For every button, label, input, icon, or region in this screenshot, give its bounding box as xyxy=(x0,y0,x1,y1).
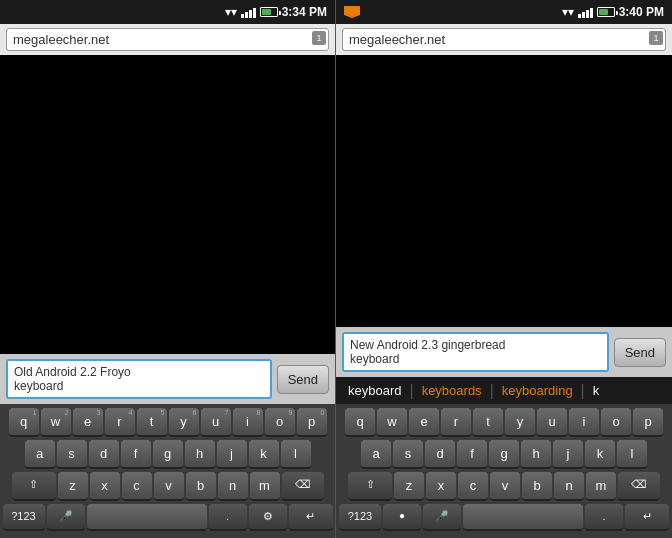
key-backspace[interactable]: ⌫ xyxy=(282,472,324,501)
left-key-row-4: ?123 🎤 . ⚙ ↵ xyxy=(2,504,333,531)
right-key-row-1: q w e r t y u i o p xyxy=(338,408,670,437)
right-key-s[interactable]: s xyxy=(393,440,423,469)
right-key-i[interactable]: i xyxy=(569,408,599,437)
left-compose-input[interactable]: Old Android 2.2 Froyo keyboard xyxy=(6,359,272,399)
key-u[interactable]: u7 xyxy=(201,408,231,437)
right-key-c[interactable]: c xyxy=(458,472,488,501)
right-key-shift[interactable]: ⇧ xyxy=(348,472,392,501)
right-key-o[interactable]: o xyxy=(601,408,631,437)
key-d[interactable]: d xyxy=(89,440,119,469)
suggestion-3[interactable]: keyboarding xyxy=(496,381,579,400)
right-battery-icon xyxy=(597,7,615,17)
left-send-button[interactable]: Send xyxy=(277,365,329,394)
right-key-row-2: a s d f g h j k l xyxy=(338,440,670,469)
right-key-a[interactable]: a xyxy=(361,440,391,469)
key-j[interactable]: j xyxy=(217,440,247,469)
key-m[interactable]: m xyxy=(250,472,280,501)
wifi-icon: ▾▾ xyxy=(225,5,237,19)
key-g[interactable]: g xyxy=(153,440,183,469)
key-a[interactable]: a xyxy=(25,440,55,469)
right-key-n[interactable]: n xyxy=(554,472,584,501)
left-key-row-1: q1 w2 e3 r4 t5 y6 u7 i8 o9 p0 xyxy=(2,408,333,437)
key-l[interactable]: l xyxy=(281,440,311,469)
right-key-k[interactable]: k xyxy=(585,440,615,469)
left-key-row-2: a s d f g h j k l xyxy=(2,440,333,469)
right-wifi-icon: ▾▾ xyxy=(562,5,574,19)
right-phone-panel: ▾▾ 3:40 PM megaleecher.net 1 New Android… xyxy=(336,0,672,538)
right-key-d[interactable]: d xyxy=(425,440,455,469)
key-q[interactable]: q1 xyxy=(9,408,39,437)
right-key-x[interactable]: x xyxy=(426,472,456,501)
right-key-g[interactable]: g xyxy=(489,440,519,469)
left-compose-bar: Old Android 2.2 Froyo keyboard Send xyxy=(0,354,335,404)
signal-icon xyxy=(241,6,256,18)
right-key-w[interactable]: w xyxy=(377,408,407,437)
right-key-backspace[interactable]: ⌫ xyxy=(618,472,660,501)
right-key-q[interactable]: q xyxy=(345,408,375,437)
key-r[interactable]: r4 xyxy=(105,408,135,437)
key-y[interactable]: y6 xyxy=(169,408,199,437)
right-key-num-sym[interactable]: ?123 xyxy=(339,504,381,531)
key-i[interactable]: i8 xyxy=(233,408,263,437)
right-keyboard: q w e r t y u i o p a s d f g h j k l ⇧ … xyxy=(336,404,672,538)
right-key-v[interactable]: v xyxy=(490,472,520,501)
right-key-space[interactable] xyxy=(463,504,583,531)
key-z[interactable]: z xyxy=(58,472,88,501)
key-x[interactable]: x xyxy=(90,472,120,501)
suggestion-4[interactable]: k xyxy=(587,381,606,400)
right-key-l[interactable]: l xyxy=(617,440,647,469)
left-browser-content xyxy=(0,55,335,354)
right-send-button[interactable]: Send xyxy=(614,338,666,367)
key-num-sym[interactable]: ?123 xyxy=(3,504,45,531)
right-key-u[interactable]: u xyxy=(537,408,567,437)
right-compose-input[interactable]: New Android 2.3 gingerbread keyboard xyxy=(342,332,609,372)
right-key-y[interactable]: y xyxy=(505,408,535,437)
right-time: 3:40 PM xyxy=(619,5,664,19)
key-space[interactable] xyxy=(87,504,207,531)
right-key-b[interactable]: b xyxy=(522,472,552,501)
right-key-p[interactable]: p xyxy=(633,408,663,437)
key-shift[interactable]: ⇧ xyxy=(12,472,56,501)
right-key-period[interactable]: . xyxy=(585,504,623,531)
right-key-row-3: ⇧ z x c v b n m ⌫ xyxy=(338,472,670,501)
key-s[interactable]: s xyxy=(57,440,87,469)
key-f[interactable]: f xyxy=(121,440,151,469)
right-key-enter[interactable]: ↵ xyxy=(625,504,669,531)
key-v[interactable]: v xyxy=(154,472,184,501)
suggestion-bar: keyboard | keyboards | keyboarding | k xyxy=(336,377,672,404)
left-status-bar: ▾▾ 3:34 PM xyxy=(0,0,335,24)
right-key-f[interactable]: f xyxy=(457,440,487,469)
left-tab-badge: 1 xyxy=(312,31,326,45)
right-key-r[interactable]: r xyxy=(441,408,471,437)
key-h[interactable]: h xyxy=(185,440,215,469)
right-compose-bar: New Android 2.3 gingerbread keyboard Sen… xyxy=(336,327,672,377)
key-mic[interactable]: 🎤 xyxy=(47,504,85,531)
left-url-input[interactable]: megaleecher.net 1 xyxy=(6,28,329,51)
key-settings[interactable]: ⚙ xyxy=(249,504,287,531)
right-key-t[interactable]: t xyxy=(473,408,503,437)
suggestion-1[interactable]: keyboard xyxy=(342,381,407,400)
key-n[interactable]: n xyxy=(218,472,248,501)
right-key-camera[interactable]: ● xyxy=(383,504,421,531)
right-key-j[interactable]: j xyxy=(553,440,583,469)
right-key-h[interactable]: h xyxy=(521,440,551,469)
key-c[interactable]: c xyxy=(122,472,152,501)
key-k[interactable]: k xyxy=(249,440,279,469)
key-t[interactable]: t5 xyxy=(137,408,167,437)
key-p[interactable]: p0 xyxy=(297,408,327,437)
key-o[interactable]: o9 xyxy=(265,408,295,437)
suggestion-2[interactable]: keyboards xyxy=(416,381,488,400)
key-enter[interactable]: ↵ xyxy=(289,504,333,531)
right-key-e[interactable]: e xyxy=(409,408,439,437)
right-key-m[interactable]: m xyxy=(586,472,616,501)
right-key-mic[interactable]: 🎤 xyxy=(423,504,461,531)
key-w[interactable]: w2 xyxy=(41,408,71,437)
right-key-z[interactable]: z xyxy=(394,472,424,501)
right-browser-bar: megaleecher.net 1 xyxy=(336,24,672,55)
key-period[interactable]: . xyxy=(209,504,247,531)
key-b[interactable]: b xyxy=(186,472,216,501)
left-key-row-3: ⇧ z x c v b n m ⌫ xyxy=(2,472,333,501)
right-url-input[interactable]: megaleecher.net 1 xyxy=(342,28,666,51)
key-e[interactable]: e3 xyxy=(73,408,103,437)
right-tab-badge: 1 xyxy=(649,31,663,45)
